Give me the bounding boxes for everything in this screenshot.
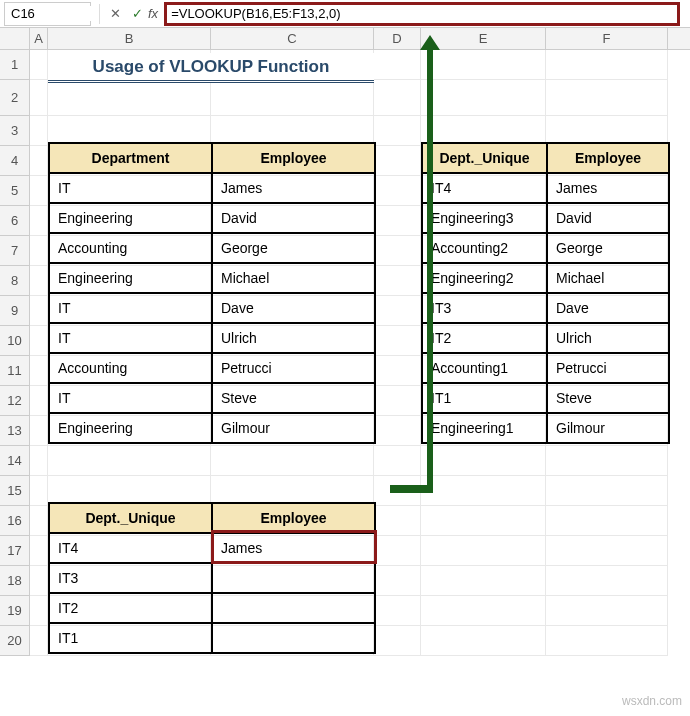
cell[interactable] [421, 626, 546, 656]
table-cell[interactable]: Accounting [49, 353, 212, 383]
table-cell[interactable]: Engineering [49, 203, 212, 233]
cell[interactable] [211, 446, 374, 476]
table-cell[interactable]: Engineering [49, 413, 212, 443]
table-cell[interactable]: Steve [547, 383, 669, 413]
row-header[interactable]: 19 [0, 596, 30, 626]
name-box[interactable]: ▾ [4, 2, 91, 26]
table-cell[interactable]: James [547, 173, 669, 203]
table-cell[interactable]: IT [49, 323, 212, 353]
cell[interactable] [374, 50, 421, 80]
table-cell[interactable]: Engineering [49, 263, 212, 293]
cell[interactable] [546, 536, 668, 566]
cell[interactable] [374, 176, 421, 206]
fx-icon[interactable]: fx [148, 6, 158, 21]
row-header[interactable]: 8 [0, 266, 30, 296]
col-header-c[interactable]: C [211, 28, 374, 49]
table-cell[interactable]: IT4 [49, 533, 212, 563]
row-header[interactable]: 18 [0, 566, 30, 596]
cell[interactable] [546, 626, 668, 656]
row-header[interactable]: 13 [0, 416, 30, 446]
table-cell[interactable]: IT1 [422, 383, 547, 413]
row-header[interactable]: 7 [0, 236, 30, 266]
cell[interactable] [374, 206, 421, 236]
formula-input[interactable] [171, 6, 673, 21]
row-header[interactable]: 10 [0, 326, 30, 356]
table-cell[interactable]: James [212, 173, 375, 203]
cell[interactable] [546, 476, 668, 506]
table-cell[interactable]: Michael [547, 263, 669, 293]
confirm-formula-button[interactable]: ✓ [126, 3, 148, 25]
cell[interactable] [30, 236, 48, 266]
table-cell[interactable]: Engineering2 [422, 263, 547, 293]
cell[interactable] [30, 206, 48, 236]
table-cell[interactable] [212, 623, 375, 653]
table-cell[interactable]: Ulrich [212, 323, 375, 353]
table-cell[interactable]: IT3 [422, 293, 547, 323]
cell[interactable] [30, 176, 48, 206]
col-header-a[interactable]: A [30, 28, 48, 49]
table-cell[interactable]: Gilmour [212, 413, 375, 443]
cell[interactable] [374, 146, 421, 176]
cell[interactable] [30, 536, 48, 566]
table-cell[interactable]: George [547, 233, 669, 263]
cell[interactable] [30, 146, 48, 176]
table-cell[interactable]: David [547, 203, 669, 233]
cell[interactable] [421, 80, 546, 116]
cell[interactable] [30, 386, 48, 416]
cell[interactable] [421, 50, 546, 80]
col-header-f[interactable]: F [546, 28, 668, 49]
cell[interactable] [374, 236, 421, 266]
table-cell[interactable]: Steve [212, 383, 375, 413]
row-header[interactable]: 3 [0, 116, 30, 146]
cell[interactable] [374, 266, 421, 296]
cell[interactable] [30, 356, 48, 386]
row-header[interactable]: 20 [0, 626, 30, 656]
cell[interactable] [374, 536, 421, 566]
row-header[interactable]: 11 [0, 356, 30, 386]
cell[interactable] [546, 566, 668, 596]
row-header[interactable]: 2 [0, 80, 30, 116]
cell[interactable] [30, 326, 48, 356]
table-cell[interactable]: Accounting [49, 233, 212, 263]
cell[interactable] [30, 50, 48, 80]
cell[interactable] [546, 596, 668, 626]
col-header-b[interactable]: B [48, 28, 211, 49]
table-cell[interactable]: Dave [212, 293, 375, 323]
table-cell[interactable]: IT2 [422, 323, 547, 353]
row-header[interactable]: 5 [0, 176, 30, 206]
table-cell[interactable]: IT3 [49, 563, 212, 593]
table-cell[interactable]: IT4 [422, 173, 547, 203]
table-cell[interactable]: David [212, 203, 375, 233]
row-header[interactable]: 6 [0, 206, 30, 236]
cell[interactable] [30, 416, 48, 446]
table-cell[interactable]: Michael [212, 263, 375, 293]
cell[interactable] [30, 266, 48, 296]
table-cell[interactable] [212, 593, 375, 623]
table-cell[interactable]: Engineering3 [422, 203, 547, 233]
cell[interactable] [374, 386, 421, 416]
cell[interactable] [546, 80, 668, 116]
cell[interactable] [546, 446, 668, 476]
table-cell[interactable]: Gilmour [547, 413, 669, 443]
row-header[interactable]: 9 [0, 296, 30, 326]
table-cell[interactable]: George [212, 233, 375, 263]
table-cell[interactable]: IT1 [49, 623, 212, 653]
table-cell[interactable]: Dave [547, 293, 669, 323]
cell[interactable] [374, 476, 421, 506]
table-cell[interactable]: Ulrich [547, 323, 669, 353]
row-header[interactable]: 4 [0, 146, 30, 176]
cell[interactable] [30, 296, 48, 326]
cell[interactable] [421, 476, 546, 506]
cell[interactable] [421, 506, 546, 536]
table-cell[interactable]: Engineering1 [422, 413, 547, 443]
cell[interactable] [374, 296, 421, 326]
col-header-d[interactable]: D [374, 28, 421, 49]
cell[interactable] [30, 626, 48, 656]
cell[interactable] [30, 446, 48, 476]
cell[interactable] [374, 416, 421, 446]
table-cell[interactable]: IT [49, 293, 212, 323]
row-header[interactable]: 14 [0, 446, 30, 476]
cell[interactable] [374, 326, 421, 356]
cell[interactable] [421, 446, 546, 476]
cell[interactable] [374, 80, 421, 116]
